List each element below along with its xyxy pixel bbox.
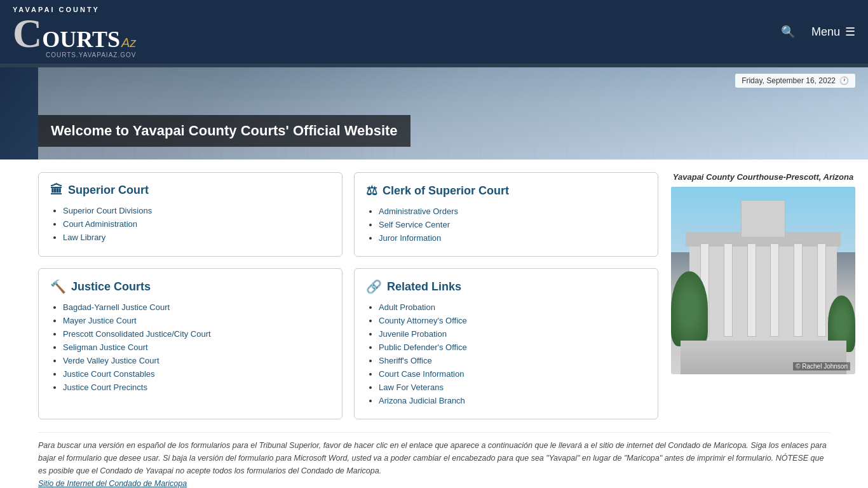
clerk-court-icon: ⚖: [366, 183, 377, 198]
list-item: Juror Information: [379, 233, 646, 243]
self-service-center-link[interactable]: Self Service Center: [379, 220, 450, 229]
column: [817, 243, 826, 337]
arizona-judicial-link[interactable]: Arizona Judicial Branch: [379, 396, 465, 405]
logo-az: Az: [121, 36, 136, 50]
building-columns: [693, 243, 833, 337]
list-item: Mayer Justice Court: [63, 315, 330, 325]
menu-label: Menu: [811, 25, 840, 39]
list-item: Self Service Center: [379, 219, 646, 229]
cards-area: 🏛 Superior Court Superior Court Division…: [38, 172, 658, 419]
county-attorney-link[interactable]: County Attorney's Office: [379, 316, 467, 325]
footer-note: Para buscar una versión en español de lo…: [38, 432, 830, 488]
related-links-label: Related Links: [387, 280, 461, 294]
date-text: Friday, September 16, 2022: [742, 76, 836, 85]
justice-courts-links: Bagdad-Yarnell Justice Court Mayer Justi…: [50, 302, 330, 392]
list-item: Adult Probation: [379, 302, 646, 312]
related-links-card: 🔗 Related Links Adult Probation County A…: [354, 268, 658, 419]
related-links-icon: 🔗: [366, 279, 382, 294]
related-links-title: 🔗 Related Links: [366, 279, 646, 294]
logo-area: YAVAPAI COUNTY C OURTS Az COURTS.YAVAPAI…: [13, 6, 136, 58]
header-right: 🔍 Menu ☰: [777, 21, 855, 43]
justice-court-precincts-link[interactable]: Justice Court Precincts: [63, 383, 147, 392]
justice-courts-title: 🔨 Justice Courts: [50, 279, 330, 294]
list-item: Administrative Orders: [379, 206, 646, 216]
list-item: Law For Veterans: [379, 382, 646, 392]
list-item: Seligman Justice Court: [63, 342, 330, 352]
clerk-court-card: ⚖ Clerk of Superior Court Administrative…: [354, 172, 658, 257]
superior-court-card: 🏛 Superior Court Superior Court Division…: [38, 172, 342, 257]
list-item: Juvenile Probation: [379, 329, 646, 339]
logo-ourts: OURTS: [42, 26, 120, 53]
list-item: County Attorney's Office: [379, 315, 646, 325]
adult-probation-link[interactable]: Adult Probation: [379, 302, 435, 312]
logo-subtitle: COURTS.YAVAPAIAZ.GOV: [46, 51, 136, 58]
column: [747, 243, 756, 337]
court-administration-link[interactable]: Court Administration: [63, 219, 137, 229]
justice-courts-card: 🔨 Justice Courts Bagdad-Yarnell Justice …: [38, 268, 342, 419]
menu-icon: ☰: [845, 25, 855, 39]
juror-information-link[interactable]: Juror Information: [379, 233, 441, 243]
list-item: Court Administration: [63, 219, 330, 229]
header: YAVAPAI COUNTY C OURTS Az COURTS.YAVAPAI…: [0, 0, 868, 64]
mayer-justice-link[interactable]: Mayer Justice Court: [63, 316, 137, 325]
hero-title-text: Welcome to Yavapai County Courts' Offici…: [51, 123, 398, 139]
superior-court-title: 🏛 Superior Court: [50, 183, 330, 198]
search-icon: 🔍: [781, 25, 795, 38]
superior-court-divisions-link[interactable]: Superior Court Divisions: [63, 206, 152, 215]
sidebar-image-area: Yavapai County Courthouse-Prescott, Ariz…: [671, 172, 855, 419]
logo-courts: C OURTS Az: [13, 13, 136, 54]
list-item: Sheriff's Office: [379, 355, 646, 365]
maricopa-link[interactable]: Sitio de Internet del Condado de Maricop…: [38, 479, 187, 488]
law-library-link[interactable]: Law Library: [63, 233, 105, 242]
list-item: Verde Valley Justice Court: [63, 355, 330, 365]
list-item: Court Case Information: [379, 369, 646, 379]
justice-courts-label: Justice Courts: [71, 280, 151, 294]
list-item: Law Library: [63, 232, 330, 242]
public-defender-link[interactable]: Public Defender's Office: [379, 342, 467, 352]
law-for-veterans-link[interactable]: Law For Veterans: [379, 383, 444, 392]
superior-court-icon: 🏛: [50, 183, 63, 198]
seligman-justice-link[interactable]: Seligman Justice Court: [63, 342, 148, 352]
court-case-info-link[interactable]: Court Case Information: [379, 369, 464, 379]
menu-button[interactable]: Menu ☰: [811, 25, 855, 39]
footer-text: Para buscar una versión en español de lo…: [38, 441, 827, 475]
clock-icon: 🕐: [839, 76, 849, 85]
column: [794, 243, 803, 337]
courthouse-image: © Rachel Johnson: [671, 187, 855, 374]
list-item: Justice Court Precincts: [63, 382, 330, 392]
courthouse-caption: Yavapai County Courthouse-Prescott, Ariz…: [671, 172, 855, 182]
justice-court-constables-link[interactable]: Justice Court Constables: [63, 369, 155, 379]
clerk-court-links: Administrative Orders Self Service Cente…: [366, 206, 646, 243]
list-item: Public Defender's Office: [379, 342, 646, 352]
column: [770, 243, 779, 337]
list-item: Prescott Consolidated Justice/City Court: [63, 329, 330, 339]
clerk-court-label: Clerk of Superior Court: [383, 184, 509, 198]
administrative-orders-link[interactable]: Administrative Orders: [379, 207, 458, 216]
sheriffs-office-link[interactable]: Sheriff's Office: [379, 356, 432, 365]
superior-court-label: Superior Court: [68, 184, 149, 197]
trees-left: [671, 271, 708, 346]
superior-court-links: Superior Court Divisions Court Administr…: [50, 205, 330, 242]
main-content: 🏛 Superior Court Superior Court Division…: [0, 159, 868, 426]
justice-courts-icon: 🔨: [50, 279, 66, 294]
hero-date: Friday, September 16, 2022 🕐: [735, 74, 855, 88]
list-item: Superior Court Divisions: [63, 205, 330, 215]
bagdad-yarnell-link[interactable]: Bagdad-Yarnell Justice Court: [63, 302, 170, 312]
hero-title: Welcome to Yavapai County Courts' Offici…: [38, 115, 410, 147]
photo-credit: © Rachel Johnson: [793, 362, 850, 370]
list-item: Arizona Judicial Branch: [379, 395, 646, 405]
clock-tower: [741, 200, 785, 238]
search-button[interactable]: 🔍: [777, 21, 799, 43]
logo-c: C: [13, 13, 42, 54]
list-item: Bagdad-Yarnell Justice Court: [63, 302, 330, 312]
column: [724, 243, 733, 337]
verde-valley-link[interactable]: Verde Valley Justice Court: [63, 356, 159, 365]
prescott-consolidated-link[interactable]: Prescott Consolidated Justice/City Court: [63, 329, 211, 339]
juvenile-probation-link[interactable]: Juvenile Probation: [379, 329, 447, 339]
related-links-list: Adult Probation County Attorney's Office…: [366, 302, 646, 405]
clerk-court-title: ⚖ Clerk of Superior Court: [366, 183, 646, 198]
list-item: Justice Court Constables: [63, 369, 330, 379]
hero-banner: Friday, September 16, 2022 🕐 Welcome to …: [0, 67, 868, 159]
